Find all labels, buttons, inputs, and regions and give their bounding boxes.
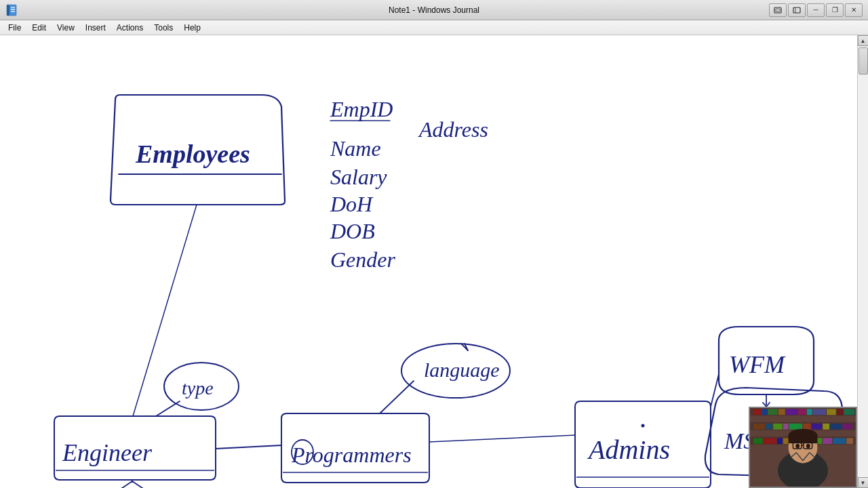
svg-rect-68 bbox=[830, 424, 842, 430]
scroll-down-button[interactable]: ▼ bbox=[858, 477, 869, 488]
svg-line-44 bbox=[429, 435, 575, 442]
journal-canvas[interactable]: Employees EmpID Address Name Salary DoH … bbox=[0, 35, 857, 488]
extra-control-2[interactable] bbox=[788, 3, 806, 17]
minimize-button[interactable]: ─ bbox=[807, 3, 825, 17]
minimize-icon: ─ bbox=[813, 6, 818, 14]
svg-line-38 bbox=[711, 374, 719, 407]
svg-text:Admins: Admins bbox=[587, 434, 670, 465]
menu-bar: File Edit View Insert Actions Tools Help bbox=[0, 20, 868, 35]
menu-tools[interactable]: Tools bbox=[149, 22, 178, 34]
svg-text:Address: Address bbox=[418, 117, 488, 142]
svg-rect-51 bbox=[778, 409, 785, 415]
main-area: Employees EmpID Address Name Salary DoH … bbox=[0, 35, 868, 488]
menu-actions[interactable]: Actions bbox=[111, 22, 149, 34]
menu-help[interactable]: Help bbox=[178, 22, 206, 34]
svg-rect-85 bbox=[789, 435, 818, 443]
svg-text:Salary: Salary bbox=[330, 165, 387, 189]
scroll-thumb[interactable] bbox=[859, 47, 868, 75]
svg-rect-78 bbox=[823, 438, 832, 444]
svg-text:EmpID: EmpID bbox=[330, 97, 393, 121]
svg-rect-69 bbox=[843, 424, 852, 430]
svg-rect-72 bbox=[764, 438, 777, 444]
webcam-content bbox=[750, 408, 856, 487]
svg-rect-58 bbox=[844, 409, 854, 415]
menu-insert[interactable]: Insert bbox=[80, 22, 111, 34]
svg-rect-79 bbox=[833, 438, 846, 444]
svg-rect-62 bbox=[773, 424, 783, 430]
app-icon bbox=[5, 4, 18, 16]
window-controls[interactable]: ─ ❐ ✕ bbox=[769, 3, 863, 17]
svg-rect-60 bbox=[753, 424, 766, 430]
svg-text:Employees: Employees bbox=[135, 140, 250, 168]
vertical-scrollbar[interactable]: ▲ ▼ bbox=[857, 35, 868, 488]
svg-text:language: language bbox=[424, 359, 500, 381]
close-icon: ✕ bbox=[851, 6, 856, 14]
svg-rect-73 bbox=[777, 438, 783, 444]
svg-rect-63 bbox=[783, 424, 789, 430]
svg-rect-1 bbox=[7, 5, 9, 16]
svg-rect-61 bbox=[766, 424, 772, 430]
webcam-overlay bbox=[749, 407, 857, 488]
close-button[interactable]: ✕ bbox=[845, 3, 863, 17]
svg-rect-65 bbox=[803, 424, 811, 430]
svg-line-31 bbox=[380, 381, 414, 413]
svg-point-86 bbox=[795, 444, 800, 449]
svg-text:WFM: WFM bbox=[729, 351, 786, 378]
restore-icon: ❐ bbox=[832, 6, 838, 14]
menu-view[interactable]: View bbox=[52, 22, 80, 34]
svg-text:Programmers: Programmers bbox=[291, 443, 412, 467]
svg-rect-80 bbox=[846, 438, 853, 444]
svg-point-36 bbox=[642, 424, 645, 428]
svg-text:DOB: DOB bbox=[330, 219, 375, 243]
svg-rect-5 bbox=[774, 7, 781, 13]
svg-rect-57 bbox=[837, 409, 844, 415]
svg-rect-52 bbox=[786, 409, 798, 415]
svg-rect-54 bbox=[807, 409, 812, 415]
svg-text:Gender: Gender bbox=[330, 247, 396, 272]
svg-text:DoH: DoH bbox=[330, 192, 374, 216]
svg-text:Name: Name bbox=[330, 136, 381, 161]
svg-line-43 bbox=[216, 445, 281, 449]
svg-point-87 bbox=[806, 444, 810, 449]
menu-file[interactable]: File bbox=[3, 22, 26, 34]
svg-rect-53 bbox=[798, 409, 806, 415]
svg-rect-71 bbox=[753, 438, 763, 444]
svg-line-22 bbox=[156, 401, 180, 416]
menu-edit[interactable]: Edit bbox=[26, 22, 52, 34]
svg-text:type: type bbox=[182, 378, 214, 399]
svg-rect-67 bbox=[823, 424, 829, 430]
svg-rect-66 bbox=[812, 424, 823, 430]
svg-rect-50 bbox=[768, 409, 778, 415]
svg-rect-7 bbox=[793, 7, 800, 13]
svg-rect-56 bbox=[827, 409, 836, 415]
svg-rect-48 bbox=[753, 409, 762, 415]
svg-rect-64 bbox=[789, 424, 803, 430]
window-title: Note1 - Windows Journal bbox=[389, 5, 479, 15]
handwriting-canvas: Employees EmpID Address Name Salary DoH … bbox=[0, 35, 857, 488]
svg-text:Engineer: Engineer bbox=[62, 439, 153, 466]
title-bar: Note1 - Windows Journal ─ ❐ ✕ bbox=[0, 0, 868, 20]
extra-control-1[interactable] bbox=[769, 3, 787, 17]
restore-button[interactable]: ❐ bbox=[826, 3, 844, 17]
svg-rect-49 bbox=[762, 409, 768, 415]
svg-rect-6 bbox=[776, 9, 780, 12]
scroll-up-button[interactable]: ▲ bbox=[858, 35, 869, 46]
title-bar-left bbox=[5, 4, 18, 16]
svg-rect-55 bbox=[813, 409, 827, 415]
